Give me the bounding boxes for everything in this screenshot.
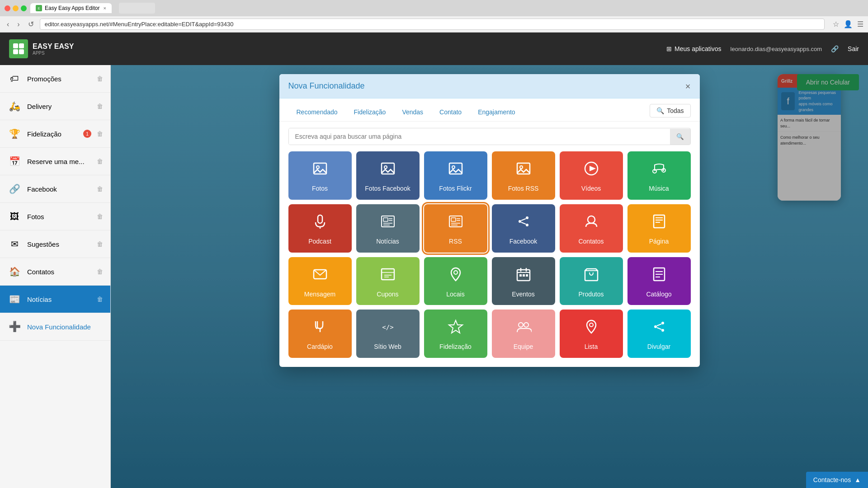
sidebar-item-fotos[interactable]: 🖼 Fotos 🗑 — [0, 203, 110, 230]
maximize-window-btn[interactable] — [21, 5, 27, 11]
delete-icon[interactable]: 🗑 — [97, 103, 103, 110]
contact-btn[interactable]: Contacte-nos ▲ — [806, 472, 868, 488]
sidebar-item-label: Notícias — [27, 296, 91, 303]
nav-icons: ☆ 👤 ☰ — [833, 20, 863, 28]
sidebar-item-nova-funcionalidade[interactable]: ➕ Nova Funcionalidade — [0, 313, 110, 341]
divulgar-grid-icon — [651, 319, 667, 338]
grid-item-podcast[interactable]: Podcast — [288, 204, 352, 253]
address-bar[interactable] — [40, 19, 825, 30]
tab-vendas[interactable]: Vendas — [394, 105, 431, 120]
delete-icon[interactable]: 🗑 — [97, 213, 103, 220]
bookmark-icon[interactable]: ☆ — [833, 20, 839, 28]
refresh-btn[interactable]: ↺ — [26, 19, 36, 29]
grid-item-rss[interactable]: RSS — [424, 204, 487, 253]
delete-icon[interactable]: 🗑 — [97, 75, 103, 82]
grid-item-label: Fotos Flickr — [439, 185, 472, 192]
contatos-grid-icon — [583, 213, 599, 233]
grid-item-pagina[interactable]: Página — [627, 204, 691, 253]
grid-item-facebook[interactable]: Facebook — [492, 204, 555, 253]
delete-icon[interactable]: 🗑 — [97, 268, 103, 275]
my-apps-btn[interactable]: ⊞ Meus aplicativos — [666, 45, 722, 52]
grid-item-fotos-rss[interactable]: Fotos RSS — [492, 151, 555, 200]
svg-rect-21 — [383, 218, 388, 221]
grid-item-fotos-facebook[interactable]: Fotos Facebook — [356, 151, 420, 200]
minimize-window-btn[interactable] — [13, 5, 19, 11]
contatos-icon: 🏠 — [7, 264, 22, 279]
grid-item-cardapio[interactable]: Cardápio — [288, 310, 352, 358]
tab-recomendado[interactable]: Recomendado — [288, 105, 346, 120]
sidebar-item-label: Facebook — [27, 185, 91, 193]
delete-icon[interactable]: 🗑 — [97, 296, 103, 303]
new-tab-btn[interactable] — [119, 3, 155, 14]
delete-icon[interactable]: 🗑 — [97, 158, 103, 165]
menu-icon[interactable]: ☰ — [857, 20, 863, 28]
grid-item-fidelizacao[interactable]: Fidelização — [424, 310, 487, 358]
back-btn[interactable]: ‹ — [5, 19, 11, 29]
delete-icon[interactable]: 🗑 — [97, 240, 103, 248]
share-icon[interactable]: 🔗 — [831, 45, 839, 52]
grid-item-fotos[interactable]: Fotos — [288, 151, 352, 200]
search-small-icon: 🔍 — [656, 107, 664, 114]
grid-item-fotos-flickr[interactable]: Fotos Flickr — [424, 151, 487, 200]
grid-item-locais[interactable]: Locais — [424, 257, 487, 305]
sidebar-item-delivery[interactable]: 🛵 Delivery 🗑 — [0, 93, 110, 120]
modal-overlay: Nova Funcionalidade × Recomendado Fideli… — [111, 65, 868, 488]
grid-item-mensagem[interactable]: Mensagem — [288, 257, 352, 305]
grid-item-musica[interactable]: Música — [627, 151, 691, 200]
grid-item-contatos[interactable]: Contatos — [560, 204, 623, 253]
grid-item-label: Cupons — [377, 291, 398, 298]
mensagem-grid-icon — [312, 266, 328, 286]
grid-item-label: Divulgar — [647, 343, 670, 351]
tab-engajamento[interactable]: Engajamento — [470, 105, 524, 120]
grid-item-produtos[interactable]: Produtos — [560, 257, 623, 305]
sidebar-item-fidelizacao[interactable]: 🏆 Fidelização 1 🗑 — [0, 120, 110, 148]
sidebar-item-promocoes[interactable]: 🏷 Promoções 🗑 — [0, 65, 110, 93]
logo-icon — [9, 39, 28, 58]
svg-rect-18 — [318, 215, 322, 223]
tab-fidelizacao[interactable]: Fidelização — [346, 105, 394, 120]
grid-item-divulgar[interactable]: Divulgar — [627, 310, 691, 358]
grid-item-cupons[interactable]: Cupons — [356, 257, 420, 305]
grid-item-eventos[interactable]: Eventos — [492, 257, 555, 305]
modal-close-btn[interactable]: × — [685, 82, 691, 91]
grid-item-equipe[interactable]: Equipe — [492, 310, 555, 358]
user-icon[interactable]: 👤 — [844, 20, 853, 28]
all-tab[interactable]: 🔍 Todas — [650, 104, 690, 117]
tab-contato[interactable]: Contato — [431, 105, 470, 120]
forward-btn[interactable]: › — [15, 19, 22, 29]
tab-close-btn[interactable]: × — [104, 5, 106, 11]
svg-line-68 — [657, 328, 661, 329]
grid-item-videos[interactable]: Vídeos — [560, 151, 623, 200]
grid-item-label: Locais — [446, 291, 464, 298]
podcast-grid-icon — [312, 213, 328, 233]
logo: EASY EASY APPS — [9, 39, 74, 58]
delete-icon[interactable]: 🗑 — [97, 130, 103, 137]
search-icon: 🔍 — [676, 133, 684, 140]
grid-item-sitio-web[interactable]: </> Sítio Web — [356, 310, 420, 358]
grid-item-noticias[interactable]: Notícias — [356, 204, 420, 253]
svg-text:</>: </> — [382, 324, 393, 331]
sidebar-item-contatos[interactable]: 🏠 Contatos 🗑 — [0, 258, 110, 286]
browser-tab[interactable]: E Easy Easy Apps Editor × — [30, 3, 112, 13]
sidebar-item-noticias[interactable]: 📰 Notícias 🗑 — [0, 286, 110, 313]
svg-rect-3 — [19, 43, 24, 48]
grid-item-label: Catálogo — [646, 291, 671, 298]
svg-point-34 — [526, 224, 528, 226]
delete-icon[interactable]: 🗑 — [97, 185, 103, 192]
grid-item-catalogo[interactable]: Catálogo — [627, 257, 691, 305]
sugestoes-icon: ✉ — [7, 237, 22, 251]
sidebar-item-reserve[interactable]: 📅 Reserve uma me... 🗑 — [0, 148, 110, 175]
svg-point-13 — [520, 166, 523, 169]
svg-point-64 — [654, 325, 657, 328]
grid-item-lista[interactable]: Lista — [560, 310, 623, 358]
close-window-btn[interactable] — [5, 5, 10, 11]
sidebar-item-facebook[interactable]: 🔗 Facebook 🗑 — [0, 175, 110, 203]
sair-btn[interactable]: Sair — [848, 45, 859, 52]
noticias-grid-icon — [380, 213, 396, 233]
search-input[interactable] — [289, 128, 670, 145]
svg-point-47 — [454, 271, 458, 274]
svg-rect-27 — [451, 218, 456, 221]
sidebar-item-sugestoes[interactable]: ✉ Sugestões 🗑 — [0, 230, 110, 258]
search-submit-btn[interactable]: 🔍 — [670, 129, 690, 145]
tab-title: Easy Easy Apps Editor — [45, 5, 99, 11]
